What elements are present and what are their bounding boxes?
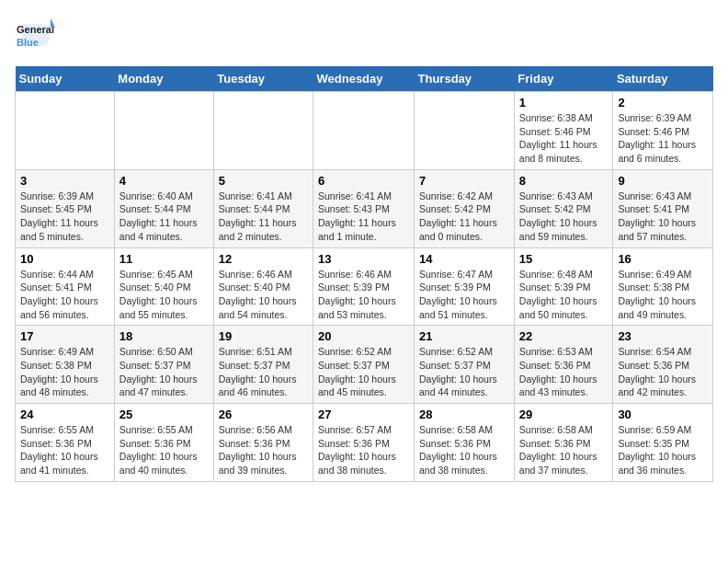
calendar-cell: 1Sunrise: 6:38 AM Sunset: 5:46 PM Daylig… [514, 92, 613, 170]
day-number: 1 [519, 96, 609, 109]
calendar-week-row: 24Sunrise: 6:55 AM Sunset: 5:36 PM Dayli… [16, 404, 713, 482]
day-info: Sunrise: 6:39 AM Sunset: 5:46 PM Dayligh… [618, 111, 708, 166]
day-number: 21 [419, 329, 509, 343]
weekday-header: Sunday [16, 66, 115, 92]
day-info: Sunrise: 6:45 AM Sunset: 5:40 PM Dayligh… [119, 268, 209, 322]
day-number: 18 [119, 329, 209, 343]
day-info: Sunrise: 6:49 AM Sunset: 5:38 PM Dayligh… [20, 345, 109, 399]
day-number: 30 [618, 408, 708, 421]
day-info: Sunrise: 6:41 AM Sunset: 5:44 PM Dayligh… [219, 190, 308, 244]
day-number: 9 [618, 174, 708, 188]
calendar-week-row: 10Sunrise: 6:44 AM Sunset: 5:41 PM Dayli… [16, 247, 713, 326]
day-info: Sunrise: 6:51 AM Sunset: 5:37 PM Dayligh… [219, 345, 308, 399]
calendar-cell: 5Sunrise: 6:41 AM Sunset: 5:44 PM Daylig… [213, 169, 313, 247]
day-number: 16 [618, 252, 708, 266]
calendar-cell [415, 92, 515, 170]
day-number: 23 [618, 329, 708, 343]
calendar-cell: 11Sunrise: 6:45 AM Sunset: 5:40 PM Dayli… [114, 247, 213, 326]
calendar-cell: 8Sunrise: 6:43 AM Sunset: 5:42 PM Daylig… [514, 169, 613, 247]
calendar-table: SundayMondayTuesdayWednesdayThursdayFrid… [15, 66, 713, 482]
calendar-cell: 20Sunrise: 6:52 AM Sunset: 5:37 PM Dayli… [313, 326, 415, 404]
day-number: 20 [318, 329, 409, 343]
calendar-cell: 17Sunrise: 6:49 AM Sunset: 5:38 PM Dayli… [16, 326, 115, 404]
calendar-cell: 9Sunrise: 6:43 AM Sunset: 5:41 PM Daylig… [613, 169, 713, 247]
general-blue-logo-icon: General Blue [15, 15, 55, 55]
weekday-header: Monday [114, 66, 213, 92]
day-info: Sunrise: 6:59 AM Sunset: 5:35 PM Dayligh… [618, 423, 708, 477]
page-header: General Blue [15, 15, 713, 55]
calendar-cell: 15Sunrise: 6:48 AM Sunset: 5:39 PM Dayli… [514, 247, 613, 326]
day-info: Sunrise: 6:55 AM Sunset: 5:36 PM Dayligh… [119, 423, 209, 477]
calendar-cell: 18Sunrise: 6:50 AM Sunset: 5:37 PM Dayli… [114, 326, 213, 404]
calendar-cell [16, 92, 115, 170]
calendar-cell [313, 92, 415, 170]
day-number: 13 [318, 252, 409, 266]
calendar-cell: 26Sunrise: 6:56 AM Sunset: 5:36 PM Dayli… [213, 404, 313, 482]
calendar-cell: 25Sunrise: 6:55 AM Sunset: 5:36 PM Dayli… [114, 404, 213, 482]
day-info: Sunrise: 6:55 AM Sunset: 5:36 PM Dayligh… [20, 423, 109, 477]
calendar-week-row: 3Sunrise: 6:39 AM Sunset: 5:45 PM Daylig… [16, 169, 713, 247]
calendar-cell: 28Sunrise: 6:58 AM Sunset: 5:36 PM Dayli… [415, 404, 515, 482]
calendar-cell: 22Sunrise: 6:53 AM Sunset: 5:36 PM Dayli… [514, 326, 613, 404]
day-info: Sunrise: 6:40 AM Sunset: 5:44 PM Dayligh… [119, 190, 209, 244]
day-number: 17 [20, 329, 109, 343]
calendar-cell: 16Sunrise: 6:49 AM Sunset: 5:38 PM Dayli… [613, 247, 713, 326]
day-number: 27 [318, 408, 409, 421]
weekday-header: Wednesday [313, 66, 415, 92]
calendar-cell: 7Sunrise: 6:42 AM Sunset: 5:42 PM Daylig… [415, 169, 515, 247]
logo: General Blue [15, 15, 55, 55]
day-info: Sunrise: 6:53 AM Sunset: 5:36 PM Dayligh… [519, 345, 609, 399]
day-number: 25 [119, 408, 209, 421]
day-info: Sunrise: 6:43 AM Sunset: 5:42 PM Dayligh… [519, 190, 609, 244]
weekday-header-row: SundayMondayTuesdayWednesdayThursdayFrid… [16, 66, 713, 92]
day-number: 14 [419, 252, 509, 266]
day-number: 11 [119, 252, 209, 266]
calendar-cell: 3Sunrise: 6:39 AM Sunset: 5:45 PM Daylig… [16, 169, 115, 247]
weekday-header: Friday [514, 66, 613, 92]
day-number: 24 [20, 408, 109, 421]
day-number: 19 [219, 329, 308, 343]
calendar-cell: 29Sunrise: 6:58 AM Sunset: 5:36 PM Dayli… [514, 404, 613, 482]
weekday-header: Tuesday [213, 66, 313, 92]
day-number: 28 [419, 408, 509, 421]
day-number: 5 [219, 174, 308, 188]
day-info: Sunrise: 6:46 AM Sunset: 5:40 PM Dayligh… [219, 268, 308, 322]
day-info: Sunrise: 6:38 AM Sunset: 5:46 PM Dayligh… [519, 111, 609, 166]
day-info: Sunrise: 6:58 AM Sunset: 5:36 PM Dayligh… [419, 423, 509, 477]
calendar-cell: 4Sunrise: 6:40 AM Sunset: 5:44 PM Daylig… [114, 169, 213, 247]
day-info: Sunrise: 6:47 AM Sunset: 5:39 PM Dayligh… [419, 268, 509, 322]
day-number: 3 [20, 174, 109, 188]
day-info: Sunrise: 6:50 AM Sunset: 5:37 PM Dayligh… [119, 345, 209, 399]
day-number: 29 [519, 408, 609, 421]
day-info: Sunrise: 6:58 AM Sunset: 5:36 PM Dayligh… [519, 423, 609, 477]
svg-marker-2 [51, 18, 55, 28]
svg-text:General: General [17, 24, 54, 35]
calendar-cell: 24Sunrise: 6:55 AM Sunset: 5:36 PM Dayli… [16, 404, 115, 482]
day-info: Sunrise: 6:46 AM Sunset: 5:39 PM Dayligh… [318, 268, 409, 322]
day-info: Sunrise: 6:52 AM Sunset: 5:37 PM Dayligh… [419, 345, 509, 399]
day-number: 6 [318, 174, 409, 188]
day-info: Sunrise: 6:39 AM Sunset: 5:45 PM Dayligh… [20, 190, 109, 244]
calendar-cell: 12Sunrise: 6:46 AM Sunset: 5:40 PM Dayli… [213, 247, 313, 326]
day-number: 10 [20, 252, 109, 266]
day-number: 15 [519, 252, 609, 266]
day-info: Sunrise: 6:44 AM Sunset: 5:41 PM Dayligh… [20, 268, 109, 322]
day-number: 22 [519, 329, 609, 343]
calendar-week-row: 1Sunrise: 6:38 AM Sunset: 5:46 PM Daylig… [16, 92, 713, 170]
day-number: 8 [519, 174, 609, 188]
day-info: Sunrise: 6:42 AM Sunset: 5:42 PM Dayligh… [419, 190, 509, 244]
day-info: Sunrise: 6:52 AM Sunset: 5:37 PM Dayligh… [318, 345, 409, 399]
calendar-cell: 19Sunrise: 6:51 AM Sunset: 5:37 PM Dayli… [213, 326, 313, 404]
calendar-cell: 23Sunrise: 6:54 AM Sunset: 5:36 PM Dayli… [613, 326, 713, 404]
day-info: Sunrise: 6:43 AM Sunset: 5:41 PM Dayligh… [618, 190, 708, 244]
day-info: Sunrise: 6:57 AM Sunset: 5:36 PM Dayligh… [318, 423, 409, 477]
day-info: Sunrise: 6:48 AM Sunset: 5:39 PM Dayligh… [519, 268, 609, 322]
calendar-cell: 21Sunrise: 6:52 AM Sunset: 5:37 PM Dayli… [415, 326, 515, 404]
calendar-cell: 13Sunrise: 6:46 AM Sunset: 5:39 PM Dayli… [313, 247, 415, 326]
day-number: 7 [419, 174, 509, 188]
day-number: 4 [119, 174, 209, 188]
day-info: Sunrise: 6:49 AM Sunset: 5:38 PM Dayligh… [618, 268, 708, 322]
calendar-cell: 6Sunrise: 6:41 AM Sunset: 5:43 PM Daylig… [313, 169, 415, 247]
day-info: Sunrise: 6:41 AM Sunset: 5:43 PM Dayligh… [318, 190, 409, 244]
weekday-header: Thursday [415, 66, 515, 92]
